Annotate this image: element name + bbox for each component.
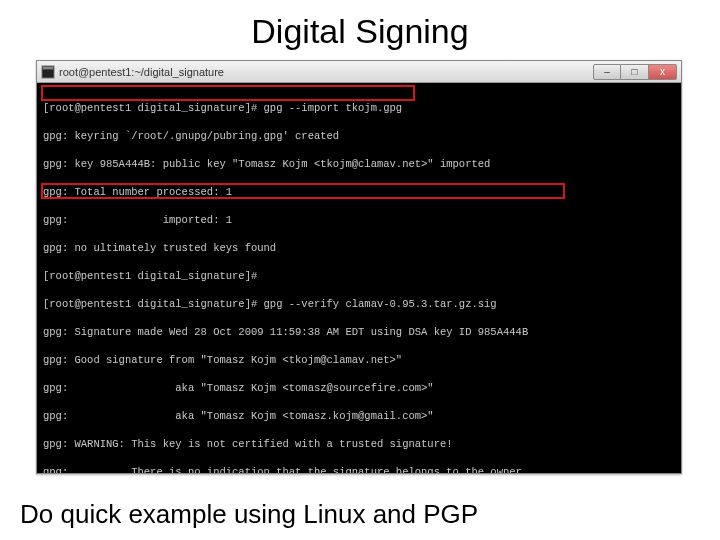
terminal-line: gpg: no ultimately trusted keys found [43, 241, 675, 255]
titlebar: root@pentest1:~/digital_signature – □ x [37, 61, 681, 83]
terminal-line: gpg: key 985A444B: public key "Tomasz Ko… [43, 157, 675, 171]
close-button[interactable]: x [649, 64, 677, 80]
terminal-output[interactable]: [root@pentest1 digital_signature]# gpg -… [37, 83, 681, 473]
maximize-button[interactable]: □ [621, 64, 649, 80]
terminal-icon [41, 65, 55, 79]
terminal-line: gpg: aka "Tomasz Kojm <tomasz.kojm@gmail… [43, 409, 675, 423]
terminal-line: [root@pentest1 digital_signature]# gpg -… [43, 101, 675, 115]
svg-rect-1 [43, 66, 54, 69]
terminal-line: gpg: Signature made Wed 28 Oct 2009 11:5… [43, 325, 675, 339]
terminal-line: gpg: keyring `/root/.gnupg/pubring.gpg' … [43, 129, 675, 143]
terminal-line: gpg: Total number processed: 1 [43, 185, 675, 199]
highlight-import-cmd [41, 85, 415, 101]
terminal-line: gpg: Good signature from "Tomasz Kojm <t… [43, 353, 675, 367]
terminal-line: gpg: WARNING: This key is not certified … [43, 437, 675, 451]
terminal-window: root@pentest1:~/digital_signature – □ x … [36, 60, 682, 474]
slide-title: Digital Signing [0, 0, 720, 57]
terminal-line: gpg: There is no indication that the sig… [43, 465, 675, 473]
terminal-line: gpg: aka "Tomasz Kojm <tomasz@sourcefire… [43, 381, 675, 395]
terminal-line: gpg: imported: 1 [43, 213, 675, 227]
window-title: root@pentest1:~/digital_signature [59, 66, 593, 78]
terminal-line: [root@pentest1 digital_signature]# [43, 269, 675, 283]
minimize-button[interactable]: – [593, 64, 621, 80]
slide-caption: Do quick example using Linux and PGP [20, 499, 478, 530]
terminal-line: [root@pentest1 digital_signature]# gpg -… [43, 297, 675, 311]
window-controls: – □ x [593, 64, 677, 80]
